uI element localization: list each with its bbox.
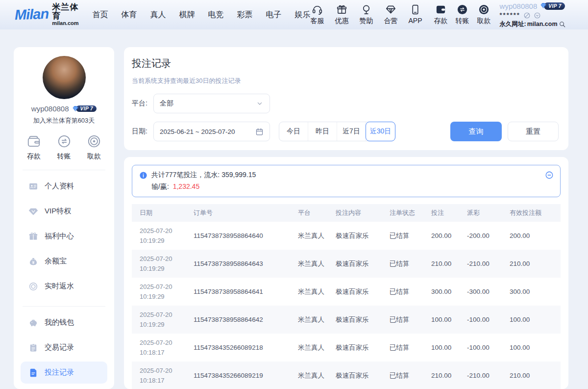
topbar-item-withdraw-filled[interactable]: 取款 [477, 4, 491, 26]
headset-icon [312, 4, 323, 15]
nav-item-5[interactable]: 电竞 [208, 10, 224, 20]
brand-logo[interactable]: Milan 米兰体育 milan.com [15, 3, 79, 26]
divider [23, 170, 105, 170]
sidebar-vip-badge: VIP 7 [72, 105, 97, 113]
date-range-input[interactable]: 2025-06-21 ~ 2025-07-20 [153, 122, 270, 141]
cell-payout: -210.00 [467, 372, 510, 379]
table-row: 2025-07-2010:18:171154738435266089219米兰真… [132, 362, 561, 389]
cell-date-value: 2025-07-20 [140, 310, 194, 320]
topbar-item-label: 优惠 [335, 17, 349, 26]
cell-time-value: 10:19:29 [140, 320, 194, 330]
platform-label: 平台: [132, 99, 153, 108]
topbar-item-partner[interactable]: 合营 [384, 4, 398, 26]
cell-bet: 100.00 [431, 344, 467, 351]
sidebar-item-vip-gem[interactable]: VIP特权 [21, 200, 107, 222]
topbar-username: wyp080808 [500, 1, 538, 11]
welfare-icon [28, 232, 38, 241]
eye-off-icon[interactable] [523, 12, 531, 19]
nav-item-7[interactable]: 电子 [266, 10, 282, 20]
sidebar-avatar[interactable] [43, 56, 86, 99]
main-nav: 首页体育真人棋牌电竞彩票电子娱乐 [93, 10, 311, 20]
rebate-icon [28, 282, 38, 291]
sidebar-item-label: 个人资料 [45, 182, 74, 191]
page-subtitle: 当前系统支持查询最近30日的投注记录 [132, 77, 559, 85]
vip-diamond-icon [72, 105, 79, 113]
gift-icon [336, 4, 347, 15]
search-button[interactable]: 查询 [450, 122, 502, 141]
chevron-down-icon [256, 100, 264, 107]
nav-item-3[interactable]: 真人 [150, 10, 166, 20]
cell-valid-bet: 100.00 [510, 344, 561, 351]
sidebar-item-id-card[interactable]: 个人资料 [21, 175, 107, 197]
cell-date: 2025-07-2010:18:17 [132, 366, 194, 385]
sidebar-quick-wallet[interactable]: 存款 [26, 134, 41, 161]
cell-status: 已结算 [390, 287, 431, 296]
cell-date: 2025-07-2010:19:29 [132, 310, 194, 329]
page-title: 投注记录 [132, 57, 559, 70]
range-30days[interactable]: 近30日 [366, 122, 395, 141]
col-header-2: 订单号 [194, 208, 298, 217]
cell-content: 极速百家乐 [336, 371, 390, 380]
cell-order-no: 1154738738958864642 [194, 316, 298, 323]
vip-diamond-icon [539, 2, 547, 10]
phone-icon [410, 4, 421, 15]
cell-time-value: 10:18:17 [140, 376, 194, 386]
col-header-4: 投注内容 [336, 208, 390, 217]
topbar-item-transfer-filled[interactable]: 转账 [456, 4, 469, 26]
sidebar-quick-transfer[interactable]: 转账 [57, 134, 72, 161]
brand-logo-script: Milan [14, 6, 49, 23]
collapse-minus-icon[interactable] [545, 171, 554, 180]
topbar-item-gift[interactable]: 优惠 [335, 4, 349, 26]
nav-item-1[interactable]: 首页 [93, 10, 108, 20]
sidebar-menu-primary: 个人资料VIP特权福利中心余额宝实时返水 [20, 175, 108, 297]
cell-platform: 米兰真人 [298, 315, 336, 324]
sidebar-item-label: 我的钱包 [45, 318, 74, 327]
cell-date-value: 2025-07-20 [140, 226, 194, 236]
sidebar-username: wyp080808 [31, 104, 69, 113]
platform-select[interactable]: 全部 [153, 94, 270, 113]
cell-time-value: 10:19:29 [140, 236, 194, 246]
cell-date: 2025-07-2010:19:29 [132, 282, 194, 301]
nav-item-8[interactable]: 娱乐 [295, 10, 311, 20]
top-navbar: Milan 米兰体育 milan.com 首页体育真人棋牌电竞彩票电子娱乐 客服… [0, 0, 588, 29]
sidebar-item-clipboard[interactable]: 交易记录 [21, 337, 107, 359]
sidebar-item-rebate[interactable]: 实时返水 [21, 275, 107, 297]
topbar-item-headset[interactable]: 客服 [311, 4, 324, 26]
sidebar-join-days: 加入米兰体育第603天 [20, 116, 108, 125]
reset-button[interactable]: 重置 [508, 122, 559, 141]
range-7days[interactable]: 近7日 [337, 122, 366, 141]
nav-item-4[interactable]: 棋牌 [179, 10, 195, 20]
table-row: 2025-07-2010:18:171154738435266089218米兰真… [132, 334, 561, 362]
cell-content: 极速百家乐 [336, 343, 390, 352]
sponsor-icon [361, 4, 372, 15]
nav-item-6[interactable]: 彩票 [237, 10, 253, 20]
magnifier-icon[interactable] [559, 21, 566, 28]
topbar-item-phone[interactable]: APP [409, 4, 422, 26]
vip-gem-icon [28, 207, 38, 216]
nav-item-2[interactable]: 体育 [122, 10, 137, 20]
brand-name: 米兰体育 [52, 3, 78, 21]
topbar-item-label: 转账 [456, 17, 469, 26]
range-yesterday[interactable]: 昨日 [308, 122, 337, 141]
cell-date: 2025-07-2010:18:17 [132, 338, 194, 357]
filter-card: 投注记录 当前系统支持查询最近30日的投注记录 平台: 全部 日期: 2025-… [124, 47, 568, 150]
clipboard-icon [28, 343, 38, 353]
sidebar-item-welfare[interactable]: 福利中心 [21, 225, 107, 247]
cell-payout: -210.00 [467, 260, 510, 267]
sidebar-item-piggy[interactable]: 我的钱包 [21, 311, 107, 334]
records-card: 共计777笔投注，流水: 359,999.15 输/赢: 1,232.45 日期… [124, 157, 568, 389]
cell-date: 2025-07-2010:19:29 [132, 254, 194, 273]
sidebar-item-bet-record[interactable]: 投注记录 [21, 362, 107, 384]
col-header-1: 日期 [132, 208, 194, 217]
topbar-item-sponsor[interactable]: 赞助 [360, 4, 373, 26]
range-today[interactable]: 今日 [279, 122, 308, 141]
topbar-item-wallet-filled[interactable]: 存款 [434, 4, 448, 26]
cell-time-value: 10:19:29 [140, 292, 194, 302]
cell-status: 已结算 [390, 371, 431, 380]
sidebar-menu-secondary: 我的钱包交易记录投注记录 [20, 311, 108, 384]
cell-order-no: 1154738435266089219 [194, 372, 298, 379]
cell-payout: -300.00 [467, 288, 510, 295]
sidebar-item-moneybag[interactable]: 余额宝 [21, 250, 107, 272]
refresh-circle-icon[interactable] [534, 12, 541, 19]
sidebar-quick-withdraw[interactable]: 取款 [87, 134, 101, 161]
